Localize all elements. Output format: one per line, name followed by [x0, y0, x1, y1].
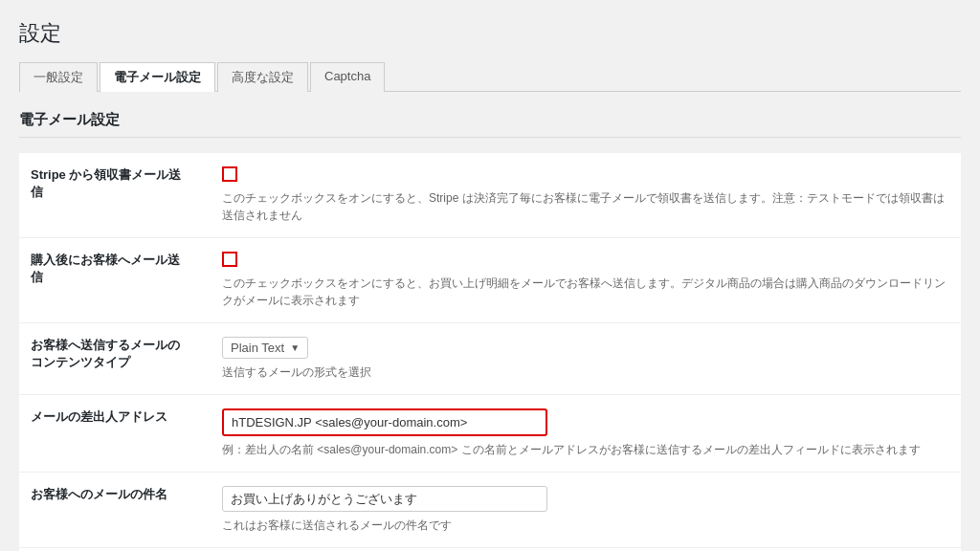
page-wrap: 設定 一般設定 電子メール設定 高度な設定 Captcha 電子メール設定 St…	[0, 0, 980, 551]
label-body: お客様へのメールの本文	[19, 548, 211, 552]
row-body: お客様へのメールの本文 🖼 メディアを追加 ビジュアル テキスト b i lin…	[19, 548, 961, 552]
section-title: 電子メール設定	[19, 111, 961, 138]
checkbox-stripe-email[interactable]	[222, 166, 237, 182]
row-from-address: メールの差出人アドレス 例：差出人の名前 <sales@your-domain.…	[19, 395, 961, 473]
tab-advanced[interactable]: 高度な設定	[217, 62, 308, 92]
label-purchase-email: 購入後にお客様へメール送信	[19, 238, 211, 323]
input-from-address[interactable]	[222, 408, 547, 436]
value-stripe-email: このチェックボックスをオンにすると、Stripe は決済完了毎にお客様に電子メー…	[211, 153, 961, 238]
row-purchase-email: 購入後にお客様へメール送信 このチェックボックスをオンにすると、お買い上げ明細を…	[19, 238, 961, 323]
label-content-type: お客様へ送信するメールのコンテンツタイプ	[19, 323, 211, 395]
value-body: 🖼 メディアを追加 ビジュアル テキスト b i link b-quote de…	[211, 548, 961, 552]
row-subject: お客様へのメールの件名 これはお客様に送信されるメールの件名です	[19, 473, 961, 548]
value-purchase-email: このチェックボックスをオンにすると、お買い上げ明細をメールでお客様へ送信します。…	[211, 238, 961, 323]
desc-purchase-email: このチェックボックスをオンにすると、お買い上げ明細をメールでお客様へ送信します。…	[222, 275, 949, 309]
select-value: Plain Text	[231, 341, 284, 355]
value-content-type: Plain Text ▼ 送信するメールの形式を選択	[211, 323, 961, 395]
hint-content-type: 送信するメールの形式を選択	[222, 364, 949, 381]
label-stripe-email: Stripe から領収書メール送信	[19, 153, 211, 238]
desc-stripe-email: このチェックボックスをオンにすると、Stripe は決済完了毎にお客様に電子メー…	[222, 189, 949, 224]
value-from-address: 例：差出人の名前 <sales@your-domain.com> この名前とメー…	[211, 395, 961, 473]
checkbox-purchase-email[interactable]	[222, 252, 237, 267]
label-subject: お客様へのメールの件名	[19, 473, 211, 548]
hint-from-address: 例：差出人の名前 <sales@your-domain.com> この名前とメー…	[222, 441, 949, 458]
chevron-down-icon: ▼	[290, 342, 300, 353]
label-from-address: メールの差出人アドレス	[19, 395, 211, 473]
value-subject: これはお客様に送信されるメールの件名です	[211, 473, 961, 548]
row-stripe-email: Stripe から領収書メール送信 このチェックボックスをオンにすると、Stri…	[19, 153, 961, 238]
settings-table: Stripe から領収書メール送信 このチェックボックスをオンにすると、Stri…	[19, 153, 961, 551]
select-content-type[interactable]: Plain Text ▼	[222, 337, 308, 359]
tab-general[interactable]: 一般設定	[19, 62, 98, 92]
row-content-type: お客様へ送信するメールのコンテンツタイプ Plain Text ▼ 送信するメー…	[19, 323, 961, 395]
hint-subject: これはお客様に送信されるメールの件名です	[222, 517, 949, 534]
input-subject[interactable]	[222, 486, 547, 512]
tab-captcha[interactable]: Captcha	[310, 62, 385, 92]
page-title: 設定	[19, 19, 961, 48]
tabs-bar: 一般設定 電子メール設定 高度な設定 Captcha	[19, 61, 961, 92]
tab-email[interactable]: 電子メール設定	[100, 62, 215, 92]
